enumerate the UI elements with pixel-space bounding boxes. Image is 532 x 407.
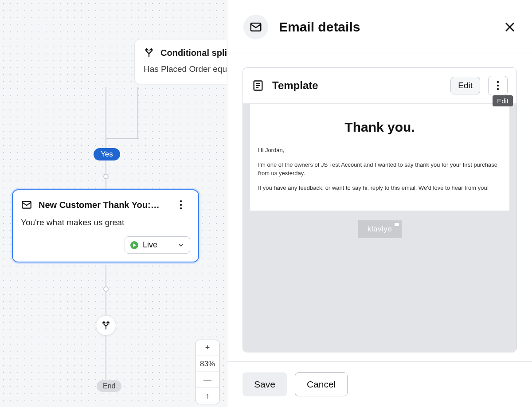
panel-body: Template Edit Edit Thank you. Hi Jordan,… xyxy=(227,54,532,361)
template-card: Template Edit Edit Thank you. Hi Jordan,… xyxy=(243,67,517,352)
scroll-up-button[interactable]: ↑ xyxy=(196,388,219,404)
conditional-split-subtitle: Has Placed Order equals xyxy=(144,64,227,74)
svg-point-2 xyxy=(180,204,182,206)
zoom-percent: 83% xyxy=(196,356,219,372)
cancel-button[interactable]: Cancel xyxy=(295,372,348,396)
svg-point-3 xyxy=(180,207,182,210)
template-more-button[interactable] xyxy=(488,76,508,95)
email-action-card[interactable]: New Customer Thank You:… You're what mak… xyxy=(12,189,199,262)
branch-yes-pill[interactable]: Yes xyxy=(94,148,120,160)
mail-icon xyxy=(21,199,32,211)
panel-title: Email details xyxy=(279,20,491,35)
conditional-split-title: Conditional split xyxy=(160,48,227,58)
edit-tooltip: Edit xyxy=(493,95,513,106)
save-button[interactable]: Save xyxy=(243,372,287,396)
zoom-out-button[interactable]: — xyxy=(196,372,219,388)
email-card-subtitle: You're what makes us great xyxy=(21,218,190,227)
zoom-controls: + 83% — ↑ xyxy=(195,340,220,404)
klaviyo-logo-text: klaviyo xyxy=(368,225,392,234)
connector xyxy=(137,87,138,139)
template-header: Template Edit xyxy=(243,68,516,104)
zoom-in-button[interactable]: + xyxy=(196,340,219,356)
svg-point-14 xyxy=(497,88,499,90)
flow-node-dot xyxy=(103,286,109,292)
conditional-split-card[interactable]: Conditional split Has Placed Order equal… xyxy=(134,39,227,84)
email-details-panel: Email details Template Edit Edit xyxy=(227,0,532,407)
status-label: Live xyxy=(143,240,157,250)
preview-paragraph: I'm one of the owners of JS Test Account… xyxy=(258,161,501,178)
connector xyxy=(106,138,138,139)
svg-point-13 xyxy=(497,85,499,87)
preview-paragraph: If you have any feedback, or want to say… xyxy=(258,184,501,192)
edit-template-button[interactable]: Edit xyxy=(450,77,480,94)
svg-point-1 xyxy=(180,200,182,203)
flow-canvas[interactable]: Conditional split Has Placed Order equal… xyxy=(0,0,227,407)
preview-headline: Thank you. xyxy=(258,120,501,135)
preview-greeting: Hi Jordan, xyxy=(258,146,501,155)
email-preview-body: Thank you. Hi Jordan, I'm one of the own… xyxy=(250,104,509,211)
add-split-node[interactable] xyxy=(96,315,116,336)
close-button[interactable] xyxy=(502,19,518,35)
email-card-more-icon[interactable] xyxy=(180,200,190,210)
status-select[interactable]: Live xyxy=(125,236,190,254)
panel-footer: Save Cancel xyxy=(227,361,532,407)
template-preview: Thank you. Hi Jordan, I'm one of the own… xyxy=(243,104,516,352)
panel-header: Email details xyxy=(227,0,532,54)
chevron-down-icon xyxy=(177,242,184,249)
svg-point-12 xyxy=(497,81,499,83)
mail-icon xyxy=(243,15,268,39)
split-icon xyxy=(144,47,154,58)
svg-marker-4 xyxy=(133,243,136,247)
template-icon xyxy=(252,79,264,92)
template-heading: Template xyxy=(272,79,442,92)
flow-node-dot xyxy=(103,174,109,179)
email-card-title: New Customer Thank You:… xyxy=(39,200,173,210)
klaviyo-badge: klaviyo xyxy=(358,220,402,238)
klaviyo-flag-icon xyxy=(395,223,399,226)
end-pill: End xyxy=(97,380,121,392)
play-icon xyxy=(130,241,138,249)
